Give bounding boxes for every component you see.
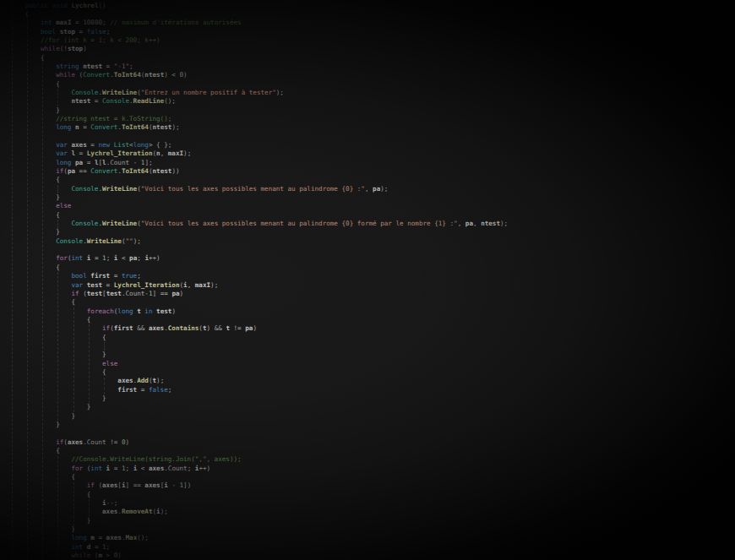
code-line [0,429,508,438]
code-line [0,246,508,254]
code-line: public void Lychrel() [0,2,508,10]
code-line: i--; [0,499,508,508]
code-line: axes.RemoveAt(i); [0,508,508,516]
code-line: Console.WriteLine("Entrez un nombre posi… [0,89,508,97]
code-line: } [0,228,508,237]
code-line: long n = Convert.ToInt64(ntest); [0,123,508,132]
code-line: { [0,80,508,89]
code-line: string ntest = "-1"; [0,63,508,71]
code-line: //string ntest = k.ToString(); [0,115,508,123]
code-line: Console.WriteLine(""); [0,237,508,246]
code-line [0,342,508,351]
code-line: } [0,394,508,403]
code-line: long pa = l[l.Count - 1]; [0,159,508,167]
code-line: } [0,403,508,411]
code-line: while (m > 0) [0,552,508,560]
code-line: { [0,368,508,377]
code-line: { [0,176,508,184]
code-line: for (int i = 1; i < axes.Count; i++) [0,465,508,473]
code-line: } [0,193,508,202]
code-line: ntest = Console.ReadLine(); [0,97,508,106]
code-line: { [0,473,508,481]
code-line: //Console.WriteLine(string.Join(",", axe… [0,455,508,464]
code-line: } [0,517,508,525]
code-line [0,133,508,141]
code-line: } [0,106,508,115]
code-line: } [0,421,508,429]
code-line: else [0,360,508,368]
code-line: if(axes.Count != 0) [0,438,508,447]
code-line: { [0,10,508,19]
code-line: { [0,211,508,220]
code-line: } [0,525,508,534]
code-line: Console.WriteLine("Voici tous les axes p… [0,185,508,193]
code-editor[interactable]: public void Lychrel() { int maxI = 10000… [0,0,735,560]
code-line: { [0,298,508,307]
code-line: first = false; [0,386,508,394]
code-line: if (test[test.Count-1] == pa) [0,290,508,298]
code-line: while(!stop) [0,45,508,53]
code-line: var l = Lychrel_Iteration(n, maxI); [0,150,508,158]
code-line: bool first = true; [0,272,508,280]
code-line: var axes = new List<long> { }; [0,141,508,150]
code-line: while (Convert.ToInt64(ntest) < 0) [0,71,508,79]
code-line: } [0,351,508,359]
code-line: bool stop = false; [0,28,508,36]
code-line: int d = 1; [0,543,508,552]
code-line: for(int i = 1; i < pa; i++) [0,254,508,263]
code-line: else [0,202,508,210]
code-line: { [0,334,508,342]
code-line: //for (int k = 1; k < 200; k++) [0,36,508,45]
code-area: public void Lychrel() { int maxI = 10000… [0,2,508,560]
code-line: { [0,264,508,272]
code-line: } [0,412,508,421]
code-line: axes.Add(t); [0,377,508,385]
code-line: int maxI = 10000; // maximum d'itération… [0,19,508,27]
code-line: foreach(long t in test) [0,307,508,316]
code-line: var test = Lychrel_Iteration(i, maxI); [0,281,508,290]
code-line: { [0,447,508,455]
code-line: if (axes[i] == axes[i - 1]) [0,481,508,490]
code-line: { [0,54,508,63]
code-line: if(pa == Convert.ToInt64(ntest)) [0,167,508,176]
code-line: long m = axes.Max(); [0,534,508,542]
code-line: Console.WriteLine("Voici tous les axes p… [0,220,508,228]
code-line: { [0,491,508,499]
code-line: if(first && axes.Contains(t) && t != pa) [0,324,508,333]
code-line: { [0,316,508,324]
